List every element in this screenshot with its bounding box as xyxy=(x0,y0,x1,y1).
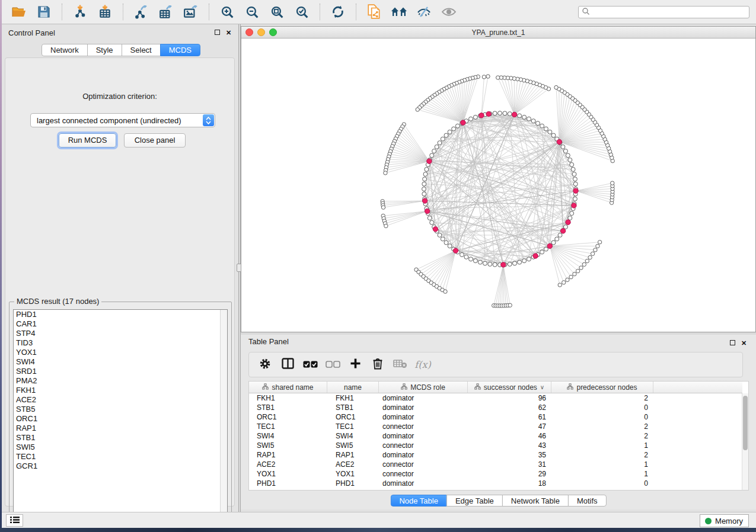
table-scrollbar-thumb[interactable] xyxy=(743,396,748,450)
mcds-result-item[interactable]: ORC1 xyxy=(14,414,227,424)
table-row[interactable]: FKH1FKH1dominator962 xyxy=(249,393,742,403)
cell-predecessor_nodes[interactable]: 1 xyxy=(551,441,653,450)
cell-successor_nodes[interactable]: 46 xyxy=(468,431,551,441)
zoom-selected-button[interactable] xyxy=(292,2,312,21)
tab-style[interactable]: Style xyxy=(87,44,122,56)
cell-successor_nodes[interactable]: 35 xyxy=(468,450,551,460)
zoom-out-button[interactable] xyxy=(242,2,262,21)
cybrowser-button[interactable] xyxy=(389,2,409,21)
table-row[interactable]: RAP1RAP1dominator352 xyxy=(249,450,742,460)
cell-name[interactable]: RAP1 xyxy=(327,450,379,460)
cell-successor_nodes[interactable]: 47 xyxy=(468,422,551,431)
show-all-button[interactable] xyxy=(439,2,459,21)
criterion-dropdown[interactable]: largest connected component (undirected) xyxy=(30,113,215,127)
cell-mcds_role[interactable]: dominator xyxy=(379,412,468,422)
cell-shared_name[interactable]: ACE2 xyxy=(249,460,327,469)
mcds-result-item[interactable]: PHD1 xyxy=(14,310,227,319)
cell-predecessor_nodes[interactable]: 2 xyxy=(551,431,653,441)
mcds-result-item[interactable]: STB5 xyxy=(14,405,227,414)
cell-predecessor_nodes[interactable]: 1 xyxy=(551,469,653,479)
cell-predecessor_nodes[interactable]: 0 xyxy=(551,403,653,412)
zoom-in-button[interactable] xyxy=(217,2,237,21)
mcds-result-item[interactable]: ACE2 xyxy=(14,395,227,405)
cell-successor_nodes[interactable]: 43 xyxy=(468,441,551,450)
cell-mcds_role[interactable]: dominator xyxy=(379,393,468,403)
cell-name[interactable]: TEC1 xyxy=(327,422,379,431)
control-panel-float-button[interactable] xyxy=(213,29,221,37)
table-row[interactable]: ACE2ACE2connector311 xyxy=(249,460,742,469)
export-table-button[interactable] xyxy=(156,2,176,21)
cell-shared_name[interactable]: STB1 xyxy=(249,403,327,412)
cell-name[interactable]: SWI5 xyxy=(327,441,379,450)
hide-all-columns-button[interactable] xyxy=(322,355,343,374)
save-session-button[interactable] xyxy=(34,2,54,21)
mcds-result-item[interactable]: CAR1 xyxy=(14,319,227,329)
memory-button[interactable]: Memory xyxy=(700,514,749,527)
cell-mcds_role[interactable]: dominator xyxy=(379,431,468,441)
import-table-button[interactable] xyxy=(95,2,115,21)
cell-successor_nodes[interactable]: 29 xyxy=(468,469,551,479)
table-row[interactable]: STB1STB1dominator620 xyxy=(249,403,742,412)
cell-successor_nodes[interactable]: 18 xyxy=(468,479,551,488)
cell-shared_name[interactable]: SWI5 xyxy=(249,441,327,450)
export-network-button[interactable] xyxy=(131,2,151,21)
mcds-result-item[interactable]: SRD1 xyxy=(14,367,227,376)
cell-mcds_role[interactable]: dominator xyxy=(379,479,468,488)
table-row[interactable]: SWI5SWI5connector431 xyxy=(249,441,742,450)
open-session-button[interactable] xyxy=(9,2,29,21)
table-row[interactable]: YOX1YOX1connector291 xyxy=(249,469,742,479)
cell-predecessor_nodes[interactable]: 0 xyxy=(551,412,653,422)
close-panel-button[interactable]: Close panel xyxy=(124,133,186,148)
mcds-result-item[interactable]: FKH1 xyxy=(14,386,227,395)
column-header-name[interactable]: name xyxy=(327,382,379,393)
network-canvas[interactable] xyxy=(241,39,755,332)
cell-mcds_role[interactable]: connector xyxy=(379,469,468,479)
cell-successor_nodes[interactable]: 62 xyxy=(468,403,551,412)
cell-mcds_role[interactable]: connector xyxy=(379,460,468,469)
tab-select[interactable]: Select xyxy=(122,44,161,56)
mcds-result-item[interactable]: GCR1 xyxy=(14,462,227,471)
tab-edge-table[interactable]: Edge Table xyxy=(446,495,503,507)
cell-shared_name[interactable]: ORC1 xyxy=(249,412,327,422)
cell-name[interactable]: YOX1 xyxy=(327,469,379,479)
mcds-result-item[interactable]: TID3 xyxy=(14,338,227,348)
mcds-result-item[interactable]: TEC1 xyxy=(14,452,227,462)
result-list-scrollbar[interactable] xyxy=(220,310,227,518)
tab-network[interactable]: Network xyxy=(42,44,88,56)
table-panel-close-button[interactable]: ✕ xyxy=(740,339,748,347)
show-all-columns-button[interactable] xyxy=(299,355,321,374)
column-header-predecessor-nodes[interactable]: predecessor nodes xyxy=(551,382,653,393)
tab-mcds[interactable]: MCDS xyxy=(160,44,200,56)
table-row[interactable]: PHD1PHD1dominator180 xyxy=(249,479,742,488)
cell-mcds_role[interactable]: dominator xyxy=(379,403,468,412)
mcds-result-item[interactable]: SWI4 xyxy=(14,357,227,367)
cell-predecessor_nodes[interactable]: 2 xyxy=(551,450,653,460)
panel-list-button[interactable] xyxy=(6,514,23,527)
clone-network-button[interactable] xyxy=(364,2,384,21)
cell-predecessor_nodes[interactable]: 1 xyxy=(551,460,653,469)
mcds-result-item[interactable]: SWI5 xyxy=(14,443,227,452)
zoom-fit-button[interactable] xyxy=(267,2,287,21)
cell-shared_name[interactable]: RAP1 xyxy=(249,450,327,460)
cell-successor_nodes[interactable]: 61 xyxy=(468,412,551,422)
mcds-result-item[interactable]: RAP1 xyxy=(14,424,227,433)
cell-shared_name[interactable]: SWI4 xyxy=(249,431,327,441)
cell-name[interactable]: SWI4 xyxy=(327,431,379,441)
cell-name[interactable]: ACE2 xyxy=(327,460,379,469)
search-input[interactable] xyxy=(590,7,749,17)
cell-shared_name[interactable]: TEC1 xyxy=(249,422,327,431)
table-row[interactable]: ORC1ORC1dominator610 xyxy=(249,412,742,422)
hide-selected-button[interactable] xyxy=(414,2,434,21)
add-column-button[interactable] xyxy=(344,355,366,374)
table-row[interactable]: SWI4SWI4dominator462 xyxy=(249,431,742,441)
cell-shared_name[interactable]: PHD1 xyxy=(249,479,327,488)
cell-shared_name[interactable]: FKH1 xyxy=(249,393,327,403)
cell-mcds_role[interactable]: connector xyxy=(379,441,468,450)
cell-name[interactable]: PHD1 xyxy=(327,479,379,488)
cell-predecessor_nodes[interactable]: 2 xyxy=(551,422,653,431)
control-panel-close-button[interactable]: ✕ xyxy=(225,29,232,37)
tab-network-table[interactable]: Network Table xyxy=(502,495,569,507)
mcds-result-item[interactable]: PMA2 xyxy=(14,376,227,386)
mcds-result-item[interactable]: STB1 xyxy=(14,433,227,443)
export-image-button[interactable] xyxy=(181,2,201,21)
